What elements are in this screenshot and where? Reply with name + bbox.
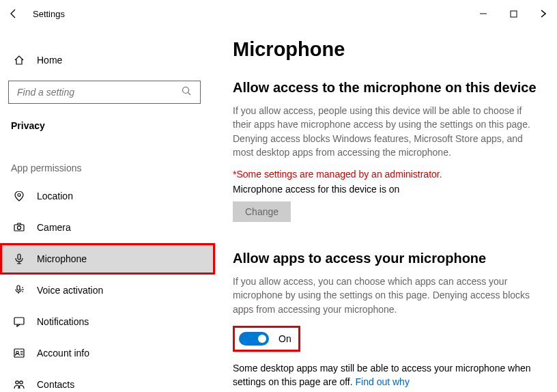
minimize-icon [479,10,487,18]
svg-point-2 [18,194,20,197]
svg-point-4 [17,226,20,229]
svg-rect-0 [511,11,517,17]
overflow-button[interactable] [535,5,552,22]
svg-point-9 [16,351,18,353]
app-permissions-heading: App permissions [0,148,215,180]
titlebar: Settings [0,0,557,27]
section1-heading: Allow access to the microphone on this d… [233,80,542,96]
sidebar-item-label: Contacts [37,379,74,390]
sidebar-item-voice-activation[interactable]: Voice activation [0,275,215,306]
app-title: Settings [33,9,65,19]
svg-point-1 [183,87,189,94]
svg-rect-5 [18,254,20,260]
search-icon [181,85,192,99]
account-info-icon [12,346,26,360]
sidebar-item-account-info[interactable]: Account info [0,337,215,369]
change-button[interactable]: Change [233,201,291,222]
home-icon [12,53,26,67]
sidebar: Home Privacy App permissions Location Ca… [0,27,215,392]
svg-rect-6 [17,285,20,290]
contacts-icon [12,378,26,391]
back-button[interactable] [5,5,22,22]
voice-activation-icon [12,283,26,297]
location-icon [12,189,26,203]
sidebar-item-location[interactable]: Location [0,180,215,212]
find-out-why-link[interactable]: Find out why [356,376,410,387]
sidebar-item-label: Notifications [37,316,89,327]
chevron-right-icon [539,9,548,18]
maximize-icon [510,10,517,18]
search-box[interactable] [8,81,201,104]
section2-heading: Allow apps to access your microphone [233,251,542,266]
toggle-knob [258,335,266,343]
toggle-state-label: On [278,333,291,344]
notifications-icon [12,315,26,328]
camera-icon [12,221,26,234]
maximize-button[interactable] [505,5,522,22]
svg-point-10 [16,381,18,384]
content: Microphone Allow access to the microphon… [215,27,557,392]
section1-description: If you allow access, people using this d… [233,104,542,159]
home-nav[interactable]: Home [0,45,215,75]
search-input[interactable] [17,87,181,98]
desktop-apps-note: Some desktop apps may still be able to a… [233,361,542,389]
sidebar-item-label: Voice activation [37,285,103,296]
sidebar-item-label: Location [37,191,73,201]
svg-point-11 [20,381,23,384]
svg-rect-7 [14,318,24,324]
sidebar-item-label: Camera [37,222,71,233]
sidebar-item-label: Account info [37,348,89,359]
page-title: Microphone [233,38,542,61]
microphone-icon [12,252,26,266]
minimize-button[interactable] [475,5,491,22]
sidebar-item-camera[interactable]: Camera [0,212,215,243]
sidebar-item-contacts[interactable]: Contacts [0,369,215,392]
admin-note: *Some settings are managed by an adminis… [233,169,542,180]
sidebar-item-microphone[interactable]: Microphone [0,243,215,275]
apps-access-toggle-row: On [233,326,300,352]
home-label: Home [37,55,62,66]
back-icon [8,8,19,19]
apps-access-toggle[interactable] [239,332,269,346]
sidebar-item-label: Microphone [37,253,87,264]
section-privacy: Privacy [0,116,215,148]
sidebar-item-notifications[interactable]: Notifications [0,306,215,337]
device-access-status: Microphone access for this device is on [233,184,542,195]
section2-description: If you allow access, you can choose whic… [233,275,542,316]
